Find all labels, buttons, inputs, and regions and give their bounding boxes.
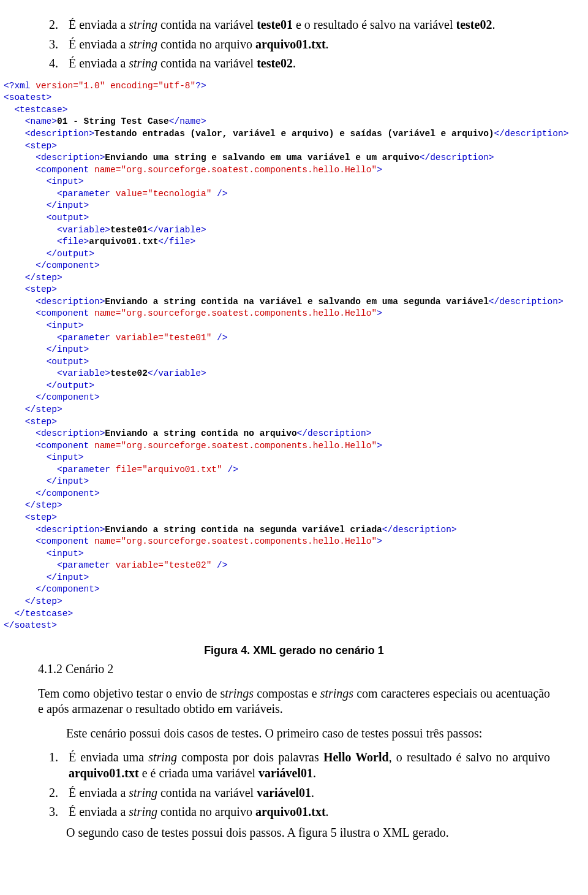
paragraph: Tem como objetivo testar o envio de stri… <box>38 686 550 717</box>
item-number: 2. <box>38 785 67 801</box>
figure-caption: Figura 4. XML gerado no cenário 1 <box>38 644 550 657</box>
paragraph: O segundo caso de testes possui dois pas… <box>38 825 550 841</box>
paragraph: Este cenário possui dois casos de testes… <box>38 726 550 742</box>
item-text: É enviada a string contida no arquivo ar… <box>67 37 550 53</box>
item-text: É enviada a string contida na variável v… <box>67 785 550 801</box>
item-number: 1. <box>38 750 67 781</box>
item-text: É enviada a string contida na variável t… <box>67 56 550 72</box>
xml-code-block: <?xml version="1.0" encoding="utf-8"?> <… <box>4 80 584 632</box>
item-number: 3. <box>38 804 67 820</box>
list-item: 2. É enviada a string contida na variáve… <box>38 17 550 33</box>
list-item: 2. É enviada a string contida na variáve… <box>38 785 550 801</box>
list-item: 3. É enviada a string contida no arquivo… <box>38 37 550 53</box>
document-page: 2. É enviada a string contida na variáve… <box>0 0 588 874</box>
item-number: 2. <box>38 17 67 33</box>
item-text: É enviada a string contida no arquivo ar… <box>67 804 550 820</box>
item-text: É enviada uma string composta por dois p… <box>67 750 550 781</box>
item-number: 3. <box>38 37 67 53</box>
section-heading: 4.1.2 Cenário 2 <box>38 662 550 676</box>
list-item: 4. É enviada a string contida na variáve… <box>38 56 550 72</box>
item-text: É enviada a string contida na variável t… <box>67 17 550 33</box>
list-item: 3. É enviada a string contida no arquivo… <box>38 804 550 820</box>
item-number: 4. <box>38 56 67 72</box>
list-item: 1. É enviada uma string composta por doi… <box>38 750 550 781</box>
